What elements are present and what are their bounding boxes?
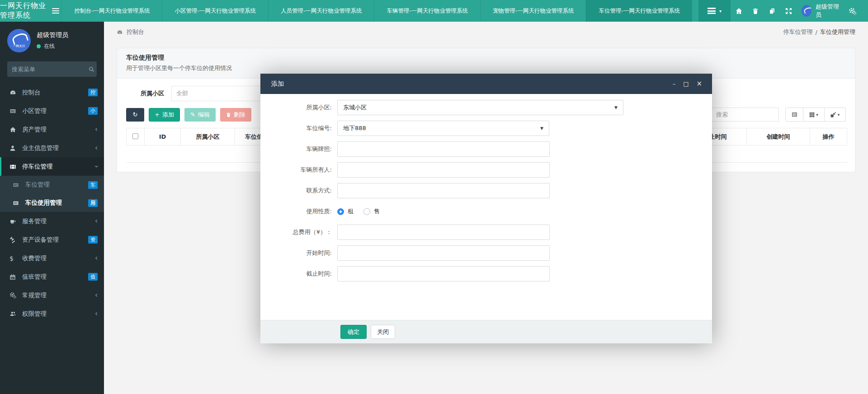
radio-sell-label[interactable]: 售 <box>374 207 380 216</box>
tabs-dropdown-button[interactable]: ▾ <box>698 0 731 22</box>
sidebar-user-status: 在线 <box>37 42 68 50</box>
form-row-total-fee: 总费用（¥）： <box>260 225 712 240</box>
sidebar-menu: 控制台 控 小区管理 小 房产管理 ‹ 业主信息管理 ‹ 停车位管理 ‹ 车位管… <box>0 83 104 323</box>
breadcrumb-parent[interactable]: 停车位管理 <box>783 28 813 36</box>
sidebar-item-permissions[interactable]: 权限管理 ‹ <box>0 305 104 323</box>
confirm-button[interactable]: 确定 <box>340 325 367 339</box>
sidebar-toggle-button[interactable] <box>50 0 61 22</box>
page-title: 车位使用管理 <box>126 54 846 62</box>
chevron-left-icon: ‹ <box>95 145 98 151</box>
sidebar: 一网天行 超级管理员 在线 控制台 控 小区管理 小 房产管理 ‹ 业主信息管 <box>0 22 104 394</box>
minimize-button[interactable]: – <box>673 81 676 87</box>
app-brand: 一网天行物业管理系统 <box>0 0 50 22</box>
export-icon <box>830 112 836 117</box>
copy-icon <box>769 8 775 14</box>
col-created-time[interactable]: 创建时间 <box>747 128 810 145</box>
sidebar-item-label: 房产管理 <box>22 126 47 134</box>
caret-down-icon: ▼ <box>540 126 543 131</box>
sidebar-item-label: 车位使用管理 <box>25 199 62 207</box>
refresh-button[interactable]: ↻ <box>126 108 144 122</box>
plate-input[interactable] <box>337 141 550 157</box>
col-community[interactable]: 所属小区 <box>181 128 235 145</box>
sidebar-item-label: 服务管理 <box>22 217 47 225</box>
menu-badge: 车 <box>88 181 98 189</box>
gavel-icon <box>9 237 22 243</box>
calendar-icon <box>9 274 22 280</box>
copy-button[interactable] <box>764 0 781 22</box>
field-label: 所属小区: <box>260 103 337 112</box>
contact-input[interactable] <box>337 183 550 198</box>
tab-community[interactable]: 小区管理-一网天行物业管理系统 <box>162 0 268 22</box>
sidebar-item-parking-usage[interactable]: 车位使用管理 用 <box>0 194 104 212</box>
settings-button[interactable] <box>844 0 861 22</box>
radio-rent-label[interactable]: 租 <box>348 207 354 216</box>
menu-badge: 值 <box>88 273 98 281</box>
caret-down-icon: ▾ <box>838 113 840 117</box>
chevron-left-icon: ‹ <box>95 310 98 317</box>
hamburger-icon <box>708 7 716 15</box>
sidebar-item-fees[interactable]: $ 收费管理 ‹ <box>0 249 104 267</box>
sidebar-item-label: 小区管理 <box>22 107 47 115</box>
end-time-input[interactable] <box>337 266 550 281</box>
tab-parking[interactable]: 车位管理-一网天行物业管理系统 <box>586 0 692 22</box>
columns-button[interactable]: ▾ <box>803 108 825 122</box>
edit-button[interactable]: ✎ 编辑 <box>184 108 216 122</box>
breadcrumb-current: 车位使用管理 <box>820 28 855 36</box>
sidebar-item-property[interactable]: 房产管理 ‹ <box>0 120 104 139</box>
toggle-view-button[interactable] <box>785 108 803 122</box>
sidebar-item-label: 业主信息管理 <box>22 144 59 152</box>
sidebar-item-assets[interactable]: 资产设备管理 资 <box>0 230 104 249</box>
fullscreen-button[interactable] <box>781 0 797 22</box>
add-dialog: 添加 – □ × 所属小区: 东城小区 ▼ 车位编号: 地下888 ▼ 车辆牌照… <box>260 74 712 343</box>
sidebar-item-label: 值班管理 <box>22 273 47 281</box>
form-row-usage-type: 使用性质: 租 售 <box>260 204 712 219</box>
dialog-titlebar[interactable]: 添加 – □ × <box>260 74 712 94</box>
tab-pet[interactable]: 宠物管理-一网天行物业管理系统 <box>480 0 586 22</box>
sidebar-item-parking[interactable]: 停车位管理 ‹ <box>0 157 104 176</box>
start-time-input[interactable] <box>337 245 550 261</box>
tab-console[interactable]: 控制台-一网天行物业管理系统 <box>61 0 162 22</box>
sidebar-item-duty[interactable]: 值班管理 值 <box>0 267 104 286</box>
list-view-icon <box>792 112 797 117</box>
field-label: 联系方式: <box>260 187 337 195</box>
radio-sell[interactable] <box>363 208 370 215</box>
hamburger-icon <box>52 7 59 15</box>
field-label: 车辆牌照: <box>260 145 337 153</box>
field-label: 截止时间: <box>260 270 337 278</box>
tab-vehicle[interactable]: 车辆管理-一网天行物业管理系统 <box>374 0 480 22</box>
table-search-input[interactable] <box>716 111 774 118</box>
menu-search-input[interactable] <box>12 66 89 73</box>
sidebar-item-community[interactable]: 小区管理 小 <box>0 102 104 120</box>
delete-button[interactable]: 删除 <box>220 108 251 122</box>
home-button[interactable] <box>731 0 747 22</box>
breadcrumb-home[interactable]: 控制台 <box>127 28 144 36</box>
avatar <box>802 5 811 17</box>
form-row-start-time: 开始时间: <box>260 245 712 261</box>
table-search <box>711 108 779 122</box>
navbar-user-menu[interactable]: 超级管理员 <box>797 3 844 19</box>
radio-rent[interactable] <box>337 208 344 215</box>
clear-button[interactable] <box>747 0 764 22</box>
owner-input[interactable] <box>337 162 550 178</box>
col-id[interactable]: ID <box>145 128 181 145</box>
sidebar-item-parking-space[interactable]: 车位管理 车 <box>0 176 104 194</box>
plus-icon: + <box>155 111 160 118</box>
export-button[interactable]: ▾ <box>825 108 846 122</box>
select-all-checkbox[interactable] <box>132 133 138 139</box>
space-number-select[interactable]: 地下888 ▼ <box>337 121 549 136</box>
trash-icon <box>752 8 759 14</box>
menu-search <box>7 61 97 77</box>
sidebar-item-owner-info[interactable]: 业主信息管理 ‹ <box>0 139 104 157</box>
close-button[interactable]: × <box>696 80 702 87</box>
sidebar-item-service[interactable]: 服务管理 ‹ <box>0 212 104 230</box>
community-select[interactable]: 东城小区 ▼ <box>337 100 623 115</box>
form-row-owner: 车辆所有人: <box>260 162 712 178</box>
maximize-button[interactable]: □ <box>683 81 689 87</box>
add-button[interactable]: + 添加 <box>149 108 180 122</box>
pencil-icon: ✎ <box>190 111 195 118</box>
total-fee-input[interactable] <box>337 225 550 240</box>
sidebar-item-general[interactable]: 常规管理 ‹ <box>0 286 104 305</box>
sidebar-item-console[interactable]: 控制台 控 <box>0 83 104 102</box>
dialog-close-button[interactable]: 关闭 <box>371 325 395 339</box>
tab-personnel[interactable]: 人员管理-一网天行物业管理系统 <box>268 0 374 22</box>
